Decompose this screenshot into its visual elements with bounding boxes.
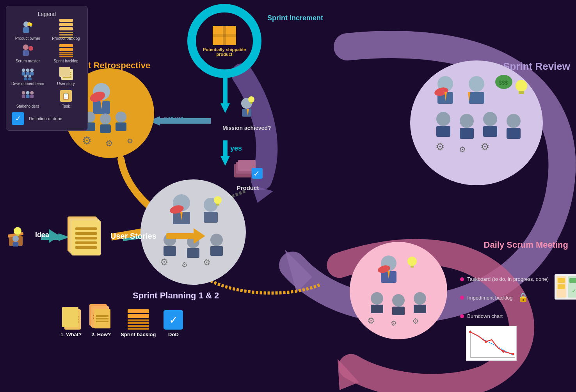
legend-label-user-story: User story xyxy=(57,82,75,86)
user-stories-label: User Stories xyxy=(110,232,156,241)
svg-point-30 xyxy=(30,68,34,72)
svg-text:⚙: ⚙ xyxy=(203,257,211,267)
how-docs-icon xyxy=(89,304,113,330)
planning-dod: ✓ DoD xyxy=(164,310,183,337)
sprint-increment-inner-label: Potentially shippable product xyxy=(201,47,248,57)
sprint-planning-label: Sprint Planning 1 & 2 xyxy=(133,291,219,301)
diagram-container: Legend 💡 Product owner xyxy=(0,0,576,392)
sprint-backlog-icon xyxy=(59,44,73,58)
planning-sprint-backlog-label: Sprint backlog xyxy=(121,332,156,337)
svg-text:⚙: ⚙ xyxy=(436,141,444,153)
legend-title: Legend xyxy=(11,11,83,17)
svg-rect-65 xyxy=(436,126,450,137)
svg-point-40 xyxy=(30,91,34,94)
svg-point-49 xyxy=(116,112,126,122)
svg-text:$$$: $$$ xyxy=(499,80,508,86)
legend-label-dev-team: Development team xyxy=(11,82,44,86)
taskboard-legend-item: Taskboard (to do, in progress, done) xyxy=(460,276,549,282)
svg-rect-27 xyxy=(22,72,25,75)
burndown-legend-item: Burndown chart xyxy=(460,313,549,319)
svg-rect-39 xyxy=(26,94,30,98)
legend-label-product-backlog: Product backlog xyxy=(52,36,80,41)
svg-rect-37 xyxy=(22,94,25,98)
mission-question: Mission achieved? xyxy=(222,125,271,131)
dod-icon: ✓ xyxy=(11,112,25,126)
impediment-dot xyxy=(460,296,464,300)
planning-what: 1. What? xyxy=(60,306,82,337)
svg-point-138 xyxy=(485,341,487,343)
svg-text:⚙: ⚙ xyxy=(412,317,419,325)
legend-grid: 💡 Product owner Product xyxy=(11,21,83,108)
dev-team-icon xyxy=(21,66,35,80)
svg-point-68 xyxy=(483,112,497,126)
svg-rect-99 xyxy=(210,246,223,256)
mission-section: Mission achieved? xyxy=(222,96,271,131)
planning-dod-label: DoD xyxy=(168,332,179,337)
svg-rect-80 xyxy=(250,102,252,104)
yes-label: yes xyxy=(230,144,242,153)
svg-text:⚙: ⚙ xyxy=(160,257,169,267)
svg-rect-18 xyxy=(23,27,29,33)
svg-text:💡: 💡 xyxy=(28,23,34,28)
not-yet-label: not yet xyxy=(164,115,183,122)
svg-point-108 xyxy=(12,236,19,242)
svg-point-79 xyxy=(248,96,254,103)
svg-point-61 xyxy=(516,80,527,92)
legend-label-task: Task xyxy=(62,104,70,108)
svg-text:⚙: ⚙ xyxy=(127,137,133,145)
svg-rect-33 xyxy=(24,78,27,80)
svg-marker-1 xyxy=(338,359,359,390)
legend-label-stakeholders: Stakeholders xyxy=(16,104,39,108)
impediment-legend-item: Impediment backlog 🔒 xyxy=(460,293,549,303)
svg-point-28 xyxy=(26,68,30,72)
svg-text:⚙: ⚙ xyxy=(82,135,92,147)
svg-rect-130 xyxy=(558,284,565,289)
user-stories-section: User Stories xyxy=(27,216,205,255)
burndown-legend-label: Burndown chart xyxy=(467,313,503,319)
svg-rect-48 xyxy=(100,124,111,133)
legend-label-scrum-master: Scrum master xyxy=(16,59,40,63)
svg-point-36 xyxy=(22,91,25,94)
sprint-review-circle: $$$ ⚙ ⚙ ⚙ xyxy=(410,60,543,185)
svg-point-70 xyxy=(507,114,521,128)
impediment-legend-label: Impediment backlog xyxy=(467,295,512,301)
product-backlog-icon xyxy=(59,21,73,35)
svg-rect-114 xyxy=(411,266,414,268)
svg-point-115 xyxy=(371,292,383,305)
user-stories-arrow-icon xyxy=(49,229,60,243)
svg-point-140 xyxy=(512,353,514,355)
svg-text:✓: ✓ xyxy=(572,288,576,294)
idea-icon-group xyxy=(6,222,27,248)
svg-text:⚙: ⚙ xyxy=(367,316,375,326)
legend-label-sprint-backlog: Sprint backlog xyxy=(53,59,78,63)
svg-text:⚙: ⚙ xyxy=(181,261,188,269)
planning-what-label: 1. What? xyxy=(60,332,82,337)
svg-text:⚙: ⚙ xyxy=(105,138,113,148)
legend-item-stakeholders: Stakeholders xyxy=(11,89,44,108)
svg-rect-62 xyxy=(519,91,524,94)
sprint-increment-circle: Potentially shippable product xyxy=(187,4,261,78)
svg-text:⚙: ⚙ xyxy=(459,145,466,154)
daily-scrum-label: Daily Scrum Meeting xyxy=(484,240,568,250)
legend-item-dev-team: Development team xyxy=(11,66,44,86)
burndown-chart-icon xyxy=(466,326,517,361)
user-stories-to-planning-arrow xyxy=(166,228,205,244)
dod-check-icon: ✓ xyxy=(164,310,183,330)
legend-item-dod: ✓ Definition of done xyxy=(11,112,83,126)
svg-rect-118 xyxy=(392,307,405,315)
taskboard-dot xyxy=(460,277,464,281)
scrum-master-icon xyxy=(21,44,35,58)
svg-rect-129 xyxy=(558,278,565,283)
planning-how: 2. How? xyxy=(89,304,113,337)
legend-label-product-owner: Product owner xyxy=(15,36,40,41)
sprint-increment-label: Sprint Increment xyxy=(267,14,323,23)
svg-rect-58 xyxy=(469,92,484,104)
planning-sprint-backlog: Sprint backlog xyxy=(121,309,156,337)
svg-rect-23 xyxy=(23,50,29,56)
legend-box: Legend 💡 Product owner xyxy=(6,6,88,131)
svg-rect-29 xyxy=(26,72,30,75)
svg-rect-50 xyxy=(116,122,126,131)
svg-rect-120 xyxy=(414,305,426,313)
svg-point-119 xyxy=(414,292,426,305)
svg-rect-41 xyxy=(30,94,34,98)
